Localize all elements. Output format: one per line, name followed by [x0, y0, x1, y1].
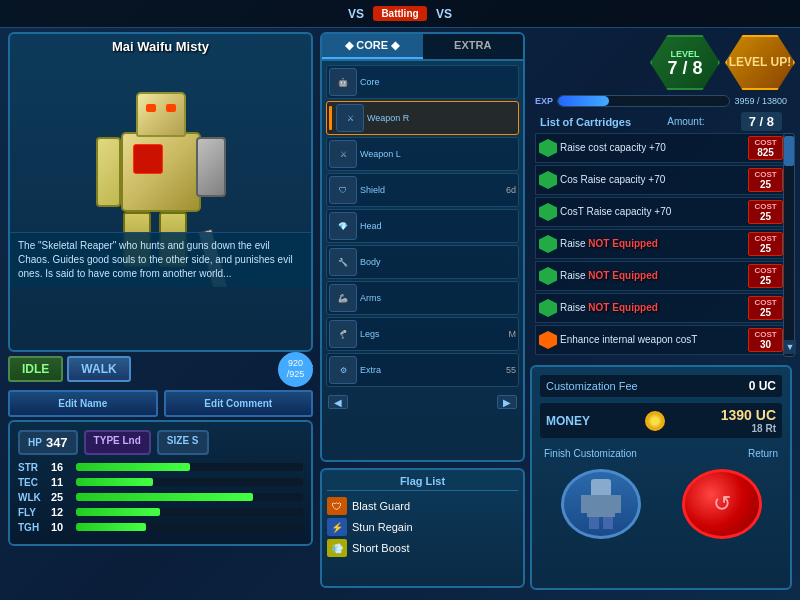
equip-slot-1[interactable]: 🤖 Core: [326, 65, 519, 99]
cart-cost-5: COST 25: [748, 264, 783, 288]
equip-slot-4[interactable]: 🛡 Shield 6d: [326, 173, 519, 207]
slot-label-5: Head: [360, 221, 516, 231]
cost-circle: 920/925: [278, 352, 313, 387]
action-bar: IDLE WALK COST 920/925: [8, 356, 313, 382]
confirm-button[interactable]: [561, 469, 641, 539]
flag-panel: Flag List 🛡 Blast Guard ⚡ Stun Regain 💨 …: [320, 468, 525, 588]
cart-scrollbar[interactable]: ▼: [783, 133, 795, 357]
slot-icon-1: 🤖: [329, 68, 357, 96]
cart-gem-5: [539, 267, 557, 285]
cart-item-7[interactable]: Enhance internal weapon cosT COST 30: [535, 325, 787, 355]
flag-item-1[interactable]: 🛡 Blast Guard: [327, 497, 518, 515]
fee-value: 0 UC: [749, 379, 776, 393]
tab-core[interactable]: ◆ CORE ◆: [322, 34, 423, 59]
slot-icon-8: 🦿: [329, 320, 357, 348]
cart-desc-2: Cos Raise capacity +70: [560, 174, 745, 186]
cart-desc-3: CosT Raise capacity +70: [560, 206, 745, 218]
level-value: 7 / 8: [667, 59, 702, 77]
equip-scroll-row: ◀ ▶: [322, 393, 523, 411]
cart-scroll-thumb[interactable]: [784, 136, 794, 166]
slot-icon-9: ⚙: [329, 356, 357, 384]
slot-icon-5: 💎: [329, 212, 357, 240]
tab-extra[interactable]: EXTRA: [423, 34, 524, 59]
cart-cost-2: COST 25: [748, 168, 783, 192]
slot-icon-2: ⚔: [336, 104, 364, 132]
walk-button[interactable]: WALK: [67, 356, 130, 382]
level-hex: LEVEL 7 / 8: [650, 35, 720, 90]
equip-scroll-left[interactable]: ◀: [328, 395, 348, 409]
character-description: The "Skeletal Reaper" who hunts and guns…: [10, 232, 311, 287]
cart-cost-1: COST 825: [748, 136, 783, 160]
top-bar: VS Battling VS: [0, 0, 800, 28]
slot-label-7: Arms: [360, 293, 516, 303]
equip-slot-9[interactable]: ⚙ Extra 55: [326, 353, 519, 387]
stat-bar-str: [76, 463, 190, 471]
cost-display: COST 920/925: [282, 363, 313, 375]
money-row: MONEY 1390 UC 18 Rt: [540, 403, 782, 438]
cart-item-4[interactable]: Raise NOT Equipped COST 25: [535, 229, 787, 259]
stat-bar-tgh: [76, 523, 146, 531]
selected-indicator: [329, 106, 332, 130]
cart-gem-4: [539, 235, 557, 253]
flag-item-3[interactable]: 💨 Short Boost: [327, 539, 518, 557]
stat-row-fly: FLY 12: [18, 506, 303, 518]
equip-slot-5[interactable]: 💎 Head: [326, 209, 519, 243]
character-panel: Mai Waifu Misty The "Skel: [8, 32, 313, 352]
equip-slots: 🤖 Core ⚔ Weapon R ⚔ Weapon L 🛡 Shield 6d…: [322, 61, 523, 391]
cancel-button[interactable]: ↺: [682, 469, 762, 539]
cancel-icon: ↺: [713, 491, 731, 517]
cart-item-2[interactable]: Cos Raise capacity +70 COST 25: [535, 165, 787, 195]
stat-bar-wlk: [76, 493, 253, 501]
slot-label-2: Weapon R: [367, 113, 516, 123]
robot-eye-left: [146, 104, 156, 112]
edit-comment-button[interactable]: Edit Comment: [164, 390, 314, 417]
equip-tabs: ◆ CORE ◆ EXTRA: [322, 34, 523, 61]
exp-label: EXP: [535, 96, 553, 106]
cart-item-5[interactable]: Raise NOT Equipped COST 25: [535, 261, 787, 291]
edit-name-button[interactable]: Edit Name: [8, 390, 158, 417]
equip-slot-3[interactable]: ⚔ Weapon L: [326, 137, 519, 171]
equip-slot-7[interactable]: 🦾 Arms: [326, 281, 519, 315]
background: VS Battling VS LEVEL 7 / 8 LEVEL UP! EXP…: [0, 0, 800, 600]
cart-list-label: List of Cartridges: [540, 116, 631, 128]
cart-scroll-down[interactable]: ▼: [784, 340, 796, 354]
character-image-area: The "Skeletal Reaper" who hunts and guns…: [10, 57, 311, 287]
equip-slot-6[interactable]: 🔧 Body: [326, 245, 519, 279]
stat-bar-tec: [76, 478, 153, 486]
flag-icon-2: ⚡: [327, 518, 347, 536]
finish-return-row: Finish Customization Return: [540, 446, 782, 461]
cart-item-1[interactable]: Raise cost capacity +70 COST 825: [535, 133, 787, 163]
slot-label-1: Core: [360, 77, 516, 87]
cart-desc-7: Enhance internal weapon cosT: [560, 334, 745, 346]
flag-icon-1: 🛡: [327, 497, 347, 515]
cart-item-6[interactable]: Raise NOT Equipped COST 25: [535, 293, 787, 323]
cart-gem-3: [539, 203, 557, 221]
slot-icon-7: 🦾: [329, 284, 357, 312]
stat-bar-fly: [76, 508, 160, 516]
stat-row-str: STR 16: [18, 461, 303, 473]
cart-amount-label: Amount:: [667, 116, 704, 127]
equip-slot-2[interactable]: ⚔ Weapon R: [326, 101, 519, 135]
stats-panel: HP 347 TYPE Lnd SIZE S STR 16 TEC 11 WLK…: [8, 420, 313, 546]
cartridge-list: Raise cost capacity +70 COST 825 Cos Rai…: [535, 133, 787, 357]
flag-item-2[interactable]: ⚡ Stun Regain: [327, 518, 518, 536]
idle-button[interactable]: IDLE: [8, 356, 63, 382]
level-up-button[interactable]: LEVEL UP!: [725, 35, 795, 90]
cart-gem-7: [539, 331, 557, 349]
money-coin-icon: [645, 411, 665, 431]
slot-icon-4: 🛡: [329, 176, 357, 204]
robot-head: [136, 92, 186, 137]
equip-slot-8[interactable]: 🦿 Legs M: [326, 317, 519, 351]
slot-label-3: Weapon L: [360, 149, 516, 159]
finish-label: Finish Customization: [544, 448, 637, 459]
flag-label-1: Blast Guard: [352, 500, 410, 512]
cart-cost-6: COST 25: [748, 296, 783, 320]
hp-badge: HP 347: [18, 430, 78, 455]
cart-item-3[interactable]: CosT Raise capacity +70 COST 25: [535, 197, 787, 227]
cart-amount: 7 / 8: [741, 112, 782, 131]
cart-cost-7: COST 30: [748, 328, 783, 352]
robot-body: [121, 132, 201, 212]
cart-gem-2: [539, 171, 557, 189]
slot-label-6: Body: [360, 257, 516, 267]
equip-scroll-right[interactable]: ▶: [497, 395, 517, 409]
